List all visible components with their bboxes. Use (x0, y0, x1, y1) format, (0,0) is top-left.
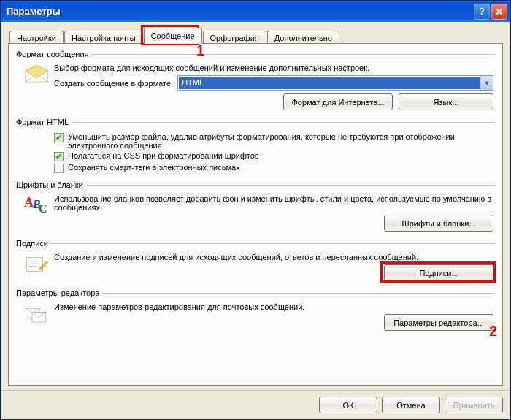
help-button[interactable]: ? (474, 4, 490, 20)
group-legend: Шрифты и бланки (16, 180, 86, 189)
signature-icon (19, 252, 54, 283)
client-area: Настройки Настройка почты Сообщение Орфо… (1, 22, 510, 390)
options-dialog: Параметры ? ✕ Настройки Настройка почты … (0, 0, 511, 420)
tab-strip: Настройки Настройка почты Сообщение Орфо… (8, 28, 503, 44)
abc-icon: A B C (19, 194, 54, 233)
group-html-format: Формат HTML ✔ Уменьшить размер файла, уд… (16, 118, 495, 176)
fonts-description: Использование бланков позволяет добавить… (54, 194, 493, 212)
dialog-button-bar: ОК Отмена Применить (1, 390, 510, 419)
cancel-button[interactable]: Отмена (382, 397, 440, 413)
signatures-description: Создание и изменение подписей для исходя… (54, 253, 493, 261)
tab-message[interactable]: Сообщение (144, 28, 202, 44)
language-button[interactable]: Язык... (399, 93, 493, 110)
editor-icon (19, 302, 54, 332)
group-fonts-stationery: Шрифты и бланки A B C Использование блан… (16, 180, 495, 234)
chevron-down-icon[interactable]: ▼ (480, 76, 493, 90)
editor-options-button[interactable]: Параметры редактора... (384, 314, 493, 331)
message-format-dropdown[interactable]: HTML ▼ (177, 75, 493, 91)
smart-tags-checkbox[interactable]: ✔ (54, 164, 64, 173)
fonts-stationery-button[interactable]: Шрифты и бланки... (384, 215, 493, 232)
envelope-icon (19, 63, 54, 112)
window-title: Параметры (7, 6, 472, 17)
group-message-format: Формат сообщения Выбор формата для исход… (16, 50, 495, 113)
reduce-size-checkbox[interactable]: ✔ (54, 133, 64, 142)
rely-css-label: Полагаться на CSS при форматировании шри… (68, 151, 259, 160)
signatures-button[interactable]: Подписи... (384, 264, 493, 281)
rely-css-checkbox[interactable]: ✔ (54, 152, 64, 161)
apply-button[interactable]: Применить (445, 397, 503, 413)
format-description: Выбор формата для исходящих сообщений и … (54, 64, 493, 72)
reduce-size-label: Уменьшить размер файла, удалив атрибуты … (68, 132, 493, 150)
close-button[interactable]: ✕ (491, 4, 507, 20)
ok-button[interactable]: ОК (319, 397, 377, 413)
smart-tags-label: Сохранять смарт-теги в электронных письм… (68, 163, 240, 172)
group-legend: Подписи (16, 239, 51, 248)
group-legend: Формат HTML (16, 118, 72, 126)
group-signatures: Подписи Создание и изменение подписей дл… (16, 239, 495, 284)
editor-description: Изменение параметров редактирования для … (54, 302, 493, 311)
dropdown-value: HTML (179, 77, 480, 89)
internet-format-button[interactable]: Формат для Интернета... (283, 93, 393, 110)
tab-page-message: Формат сообщения Выбор формата для исход… (8, 43, 503, 386)
create-format-label: Создать сообщение в формате: (54, 79, 173, 88)
group-editor-options: Параметры редактора Изменение параметров… (16, 289, 495, 334)
titlebar[interactable]: Параметры ? ✕ (1, 1, 510, 22)
spacer-icon (19, 131, 54, 175)
group-legend: Формат сообщения (16, 50, 92, 58)
group-legend: Параметры редактора (16, 289, 102, 297)
